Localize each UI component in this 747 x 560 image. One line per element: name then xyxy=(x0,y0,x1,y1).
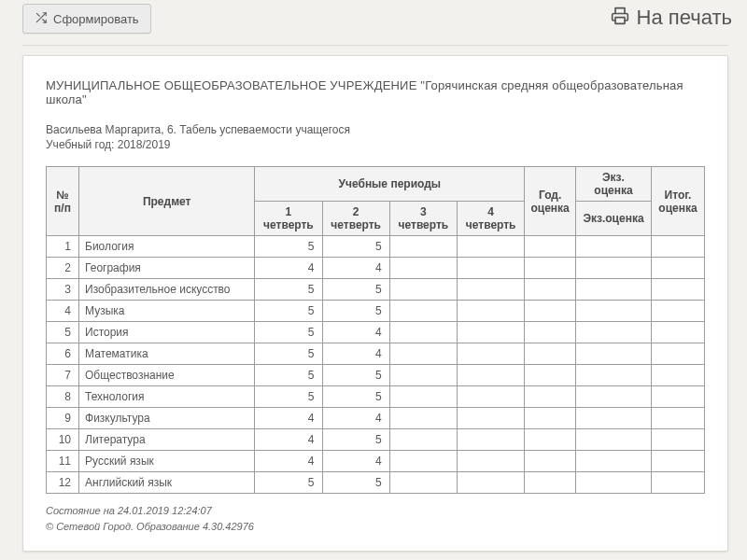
cell-year xyxy=(525,236,576,258)
table-row: 4Музыка55 xyxy=(47,301,705,322)
cell-n: 4 xyxy=(47,301,79,322)
cell-q3 xyxy=(389,343,457,365)
col-q2: 2 четверть xyxy=(322,202,389,236)
header-row-1: № п/п Предмет Учебные периоды Год. оценк… xyxy=(47,167,705,202)
grades-table: № п/п Предмет Учебные периоды Год. оценк… xyxy=(46,166,705,494)
cell-q4 xyxy=(458,236,525,258)
table-row: 7Обществознание55 xyxy=(47,365,705,386)
cell-year xyxy=(525,279,576,301)
cell-exam xyxy=(576,386,652,408)
cell-year xyxy=(525,429,576,451)
table-row: 1Биология55 xyxy=(47,236,705,258)
cell-q2: 4 xyxy=(322,343,389,365)
col-q1: 1 четверть xyxy=(255,202,322,236)
cell-q1: 4 xyxy=(255,408,322,429)
table-row: 3Изобразительное искусство55 xyxy=(47,279,705,301)
cell-year xyxy=(525,322,576,343)
cell-subject: Технология xyxy=(79,386,255,408)
cell-q4 xyxy=(458,258,525,279)
generate-label: Сформировать xyxy=(53,12,139,26)
cell-q1: 5 xyxy=(255,343,322,365)
cell-q4 xyxy=(458,451,525,472)
footer-copyright: © Сетевой Город. Образование 4.30.42976 xyxy=(46,519,705,535)
cell-n: 6 xyxy=(47,343,79,365)
cell-q2: 5 xyxy=(322,279,389,301)
cell-final xyxy=(652,301,705,322)
cell-final xyxy=(652,429,705,451)
col-q4: 4 четверть xyxy=(458,202,525,236)
cell-subject: Обществознание xyxy=(79,365,255,386)
cell-subject: История xyxy=(79,322,255,343)
table-row: 10Литература45 xyxy=(47,429,705,451)
cell-final xyxy=(652,365,705,386)
print-label: На печать xyxy=(637,6,732,30)
generate-button[interactable]: Сформировать xyxy=(22,4,151,34)
year-line: Учебный год: 2018/2019 xyxy=(46,138,705,151)
cell-q4 xyxy=(458,322,525,343)
cell-q1: 5 xyxy=(255,365,322,386)
footer-state: Состояние на 24.01.2019 12:24:07 xyxy=(46,503,705,519)
cell-q1: 4 xyxy=(255,451,322,472)
col-q3: 3 четверть xyxy=(389,202,457,236)
cell-exam xyxy=(576,258,652,279)
cell-q2: 4 xyxy=(322,322,389,343)
cell-q3 xyxy=(389,451,457,472)
table-row: 8Технология55 xyxy=(47,386,705,408)
cell-exam xyxy=(576,365,652,386)
svg-line-2 xyxy=(36,13,39,16)
table-row: 12Английский язык55 xyxy=(47,472,705,494)
cell-n: 10 xyxy=(47,429,79,451)
report-footer: Состояние на 24.01.2019 12:24:07 © Сетев… xyxy=(46,503,705,534)
table-row: 2География44 xyxy=(47,258,705,279)
cell-final xyxy=(652,236,705,258)
cell-q3 xyxy=(389,472,457,494)
cell-n: 8 xyxy=(47,386,79,408)
shuffle-icon xyxy=(35,11,48,26)
print-button[interactable]: На печать xyxy=(605,2,738,34)
cell-q2: 5 xyxy=(322,236,389,258)
cell-q2: 5 xyxy=(322,472,389,494)
cell-final xyxy=(652,408,705,429)
cell-q4 xyxy=(458,301,525,322)
cell-final xyxy=(652,258,705,279)
cell-year xyxy=(525,408,576,429)
cell-year xyxy=(525,472,576,494)
cell-q3 xyxy=(389,258,457,279)
cell-exam xyxy=(576,279,652,301)
cell-q3 xyxy=(389,365,457,386)
cell-year xyxy=(525,451,576,472)
cell-q3 xyxy=(389,236,457,258)
sheet-wrapper: МУНИЦИПАЛЬНОЕ ОБЩЕОБРАЗОВАТЕЛЬНОЕ УЧРЕЖД… xyxy=(22,45,728,552)
cell-n: 5 xyxy=(47,322,79,343)
cell-final xyxy=(652,386,705,408)
cell-final xyxy=(652,343,705,365)
cell-n: 3 xyxy=(47,279,79,301)
cell-q3 xyxy=(389,386,457,408)
heading-prefix: МУНИЦИПАЛЬНОЕ ОБЩЕОБРАЗОВАТЕЛЬНОЕ УЧРЕЖД… xyxy=(46,78,417,92)
cell-q3 xyxy=(389,408,457,429)
cell-subject: Физкультура xyxy=(79,408,255,429)
cell-q2: 5 xyxy=(322,365,389,386)
cell-q2: 5 xyxy=(322,301,389,322)
col-subject: Предмет xyxy=(79,167,255,236)
cell-subject: Математика xyxy=(79,343,255,365)
cell-q4 xyxy=(458,429,525,451)
cell-subject: Изобразительное искусство xyxy=(79,279,255,301)
cell-q4 xyxy=(458,408,525,429)
cell-q4 xyxy=(458,279,525,301)
cell-exam xyxy=(576,429,652,451)
cell-n: 1 xyxy=(47,236,79,258)
print-icon xyxy=(611,7,629,29)
cell-exam xyxy=(576,408,652,429)
cell-n: 7 xyxy=(47,365,79,386)
cell-final xyxy=(652,279,705,301)
report-sheet: МУНИЦИПАЛЬНОЕ ОБЩЕОБРАЗОВАТЕЛЬНОЕ УЧРЕЖД… xyxy=(22,55,728,552)
cell-q4 xyxy=(458,386,525,408)
cell-year xyxy=(525,365,576,386)
cell-q3 xyxy=(389,322,457,343)
cell-subject: Русский язык xyxy=(79,451,255,472)
cell-q2: 4 xyxy=(322,258,389,279)
cell-q2: 5 xyxy=(322,429,389,451)
cell-q1: 5 xyxy=(255,301,322,322)
cell-q1: 4 xyxy=(255,258,322,279)
